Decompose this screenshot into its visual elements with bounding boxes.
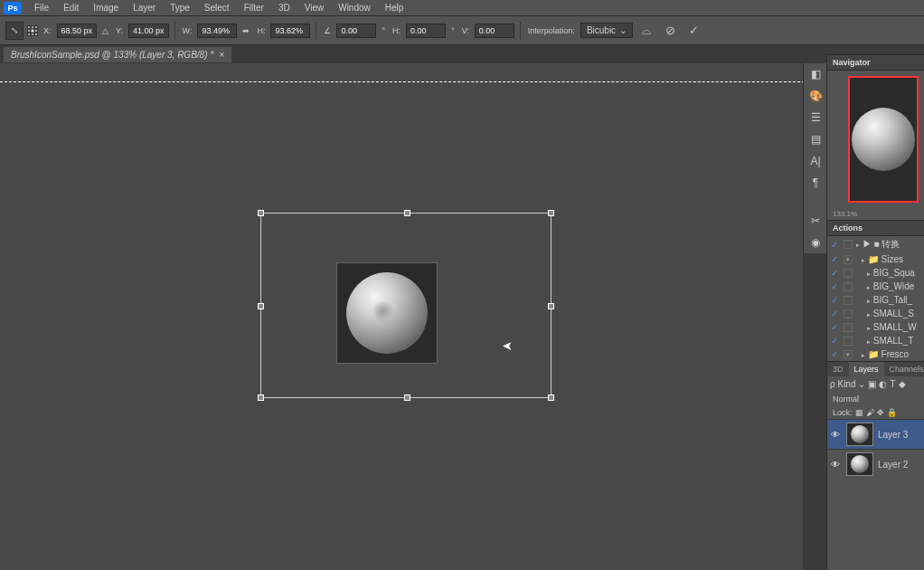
layer-row[interactable]: 👁Layer 3: [827, 419, 924, 449]
check-icon[interactable]: ✓: [831, 240, 840, 250]
filter-shape-icon[interactable]: ◆: [899, 379, 906, 389]
triangle-icon[interactable]: ▸: [867, 298, 871, 304]
triangle-icon[interactable]: ▸: [867, 284, 871, 290]
transform-tool-icon[interactable]: ⤡: [5, 22, 24, 40]
triangle-icon[interactable]: ▸: [867, 271, 871, 277]
commit-transform-icon[interactable]: ✓: [684, 21, 703, 41]
menu-select[interactable]: Select: [197, 1, 237, 14]
handle-tr[interactable]: [548, 210, 554, 216]
check-icon[interactable]: ✓: [831, 295, 840, 305]
menu-image[interactable]: Image: [86, 1, 126, 14]
lock-transparent-icon[interactable]: ▦: [855, 408, 863, 417]
menu-type[interactable]: Type: [163, 1, 197, 14]
action-row[interactable]: ✓▸ BIG_Tall_: [827, 293, 924, 307]
filter-pixel-icon[interactable]: ▣: [868, 379, 876, 389]
filter-type-icon[interactable]: T: [890, 379, 895, 389]
action-row[interactable]: ✓▸ SMALL_W: [827, 320, 924, 334]
handle-bc[interactable]: [404, 394, 410, 401]
tool-clone-icon[interactable]: ◉: [804, 232, 827, 253]
layer-row[interactable]: 👁Layer 2: [827, 449, 924, 479]
menu-help[interactable]: Help: [378, 1, 411, 14]
tab-3d[interactable]: 3D: [827, 362, 849, 376]
menu-filter[interactable]: Filter: [237, 1, 271, 14]
action-row[interactable]: ✓▸ ▶ ■ 转换: [827, 236, 924, 252]
lock-all-icon[interactable]: 🔒: [887, 408, 897, 417]
x-field[interactable]: 68.50 px: [57, 24, 98, 38]
handle-br[interactable]: [548, 394, 554, 401]
menu-view[interactable]: View: [297, 1, 332, 14]
navigator-zoom[interactable]: 133.1%: [827, 208, 924, 220]
toggle-icon[interactable]: [844, 337, 853, 346]
check-icon[interactable]: ✓: [831, 254, 840, 264]
document-tab[interactable]: BrushIconSample.psd @ 133% (Layer 3, RGB…: [4, 47, 231, 62]
toggle-icon[interactable]: [844, 240, 853, 249]
layer-name[interactable]: Layer 2: [878, 460, 908, 470]
menu-edit[interactable]: Edit: [56, 1, 86, 14]
toggle-icon[interactable]: ▾: [844, 350, 853, 359]
toggle-icon[interactable]: [844, 309, 853, 318]
check-icon[interactable]: ✓: [831, 336, 840, 346]
triangle-icon[interactable]: ▸: [867, 311, 871, 318]
y-field[interactable]: 41.00 px: [128, 24, 169, 38]
layer-filter-row[interactable]: ρ Kind ⌄ ▣ ◐ T ◆: [827, 376, 924, 392]
layer-thumbnail[interactable]: [846, 423, 873, 446]
link-icon[interactable]: ⬌: [242, 26, 250, 35]
tool-character-icon[interactable]: A|: [804, 150, 827, 172]
handle-tl[interactable]: [258, 210, 264, 216]
action-row[interactable]: ✓▸ SMALL_T: [827, 334, 924, 347]
warp-mode-icon[interactable]: ⌓: [636, 21, 656, 41]
action-row[interactable]: ✓▸ BIG_Wide: [827, 280, 924, 293]
canvas-area[interactable]: ➤: [0, 63, 803, 570]
tool-brushes-icon[interactable]: ✂: [804, 210, 827, 232]
check-icon[interactable]: ✓: [831, 268, 840, 278]
menu-file[interactable]: File: [27, 1, 56, 14]
visibility-icon[interactable]: 👁: [831, 430, 842, 440]
triangle-icon[interactable]: ▸: [856, 242, 860, 248]
handle-mr[interactable]: [548, 303, 554, 309]
chevron-down-icon[interactable]: ⌄: [858, 379, 865, 389]
check-icon[interactable]: ✓: [831, 322, 840, 332]
action-row[interactable]: ✓▾▸ 📁 Fresco: [827, 347, 924, 361]
tool-adjustments-icon[interactable]: ☰: [804, 107, 827, 128]
w-field[interactable]: 93.49%: [197, 24, 237, 38]
vskew-field[interactable]: 0.00: [475, 24, 514, 38]
menu-window[interactable]: Window: [331, 1, 378, 14]
triangle-icon[interactable]: ▸: [867, 325, 871, 331]
tab-layers[interactable]: Layers: [849, 362, 884, 376]
toggle-icon[interactable]: [844, 269, 853, 278]
action-row[interactable]: ✓▸ BIG_Squa: [827, 266, 924, 280]
cancel-transform-icon[interactable]: ⊘: [660, 21, 680, 41]
navigator-panel-header[interactable]: Navigator: [827, 54, 924, 71]
layer-name[interactable]: Layer 3: [878, 430, 908, 440]
navigator-thumbnail[interactable]: [827, 71, 924, 208]
layer-thumbnail[interactable]: [846, 452, 873, 476]
filter-adjust-icon[interactable]: ◐: [879, 379, 887, 389]
toggle-icon[interactable]: [844, 296, 853, 305]
toggle-icon[interactable]: ▾: [844, 255, 853, 264]
visibility-icon[interactable]: 👁: [831, 460, 842, 470]
lock-pixels-icon[interactable]: 🖌: [866, 408, 874, 417]
hskew-field[interactable]: 0.00: [406, 24, 446, 38]
tool-swatches-icon[interactable]: 🎨: [804, 85, 827, 107]
tab-channels[interactable]: Channels: [884, 362, 924, 376]
layer-content[interactable]: [336, 262, 438, 364]
reference-point-icon[interactable]: [27, 25, 38, 36]
h-field[interactable]: 93.62%: [270, 24, 310, 38]
check-icon[interactable]: ✓: [831, 281, 840, 291]
toggle-icon[interactable]: [844, 323, 853, 332]
delta-icon[interactable]: △: [102, 26, 108, 35]
tool-glyphs-icon[interactable]: ¶: [804, 172, 827, 194]
triangle-icon[interactable]: ▸: [862, 257, 865, 263]
menu-layer[interactable]: Layer: [126, 1, 163, 14]
handle-ml[interactable]: [258, 303, 264, 309]
tool-histogram-icon[interactable]: ◧: [804, 63, 827, 85]
check-icon[interactable]: ✓: [831, 349, 840, 359]
handle-tc[interactable]: [404, 210, 410, 216]
handle-bl[interactable]: [258, 394, 264, 401]
menu-3d[interactable]: 3D: [271, 1, 297, 14]
tool-paragraph-icon[interactable]: ▤: [804, 128, 827, 150]
check-icon[interactable]: ✓: [831, 309, 840, 318]
lock-position-icon[interactable]: ✥: [877, 408, 884, 417]
toggle-icon[interactable]: [844, 282, 853, 291]
angle-field[interactable]: 0.00: [336, 24, 376, 38]
